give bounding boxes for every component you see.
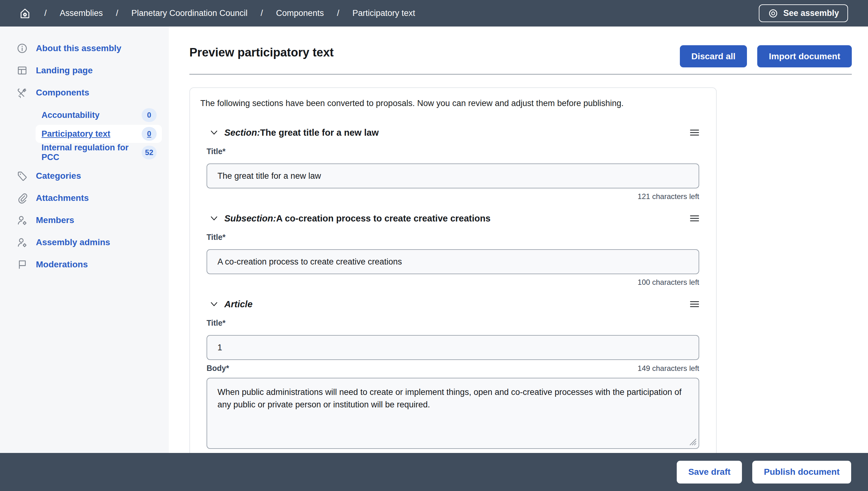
see-assembly-label: See assembly <box>783 8 839 18</box>
body-field-label: Body* <box>207 364 229 373</box>
sidebar-item-label: Components <box>36 88 89 98</box>
save-draft-button[interactable]: Save draft <box>677 461 742 484</box>
sidebar-item-label: Moderations <box>36 260 88 269</box>
title-field-label: Title* <box>207 147 699 156</box>
breadcrumb-participatory-text[interactable]: Participatory text <box>352 8 415 18</box>
article-body-textarea[interactable]: When public administrations will need to… <box>207 378 699 449</box>
sidebar-item-landing-page[interactable]: Landing page <box>0 59 169 81</box>
sidebar-item-components[interactable]: Components <box>0 81 169 104</box>
characters-left-counter: 149 characters left <box>638 364 699 373</box>
chevron-down-icon[interactable] <box>210 300 219 309</box>
sidebar-item-attachments[interactable]: Attachments <box>0 187 169 209</box>
user-gear-icon <box>17 237 28 248</box>
breadcrumb-components[interactable]: Components <box>276 8 324 18</box>
tag-icon <box>17 170 28 181</box>
section-title-input[interactable] <box>207 164 699 189</box>
sidebar-item-label: Attachments <box>36 193 89 203</box>
breadcrumb-separator: / <box>337 8 340 18</box>
admin-sidebar: About this assembly Landing page Compone… <box>0 27 169 453</box>
sidebar-item-label: Assembly admins <box>36 237 110 248</box>
landing-page-icon <box>17 65 28 76</box>
drag-handle-icon[interactable] <box>690 300 699 308</box>
eye-icon <box>768 8 778 19</box>
breadcrumb-assembly-name[interactable]: Planetary Coordination Council <box>132 8 248 18</box>
subsection-type-label: Subsection: <box>224 213 276 223</box>
drag-handle-icon[interactable] <box>690 128 699 137</box>
sidebar-item-label: Internal regulation for PCC <box>41 143 142 162</box>
sidebar-item-label: Members <box>36 215 74 225</box>
sidebar-item-moderations[interactable]: Moderations <box>0 253 169 276</box>
breadcrumb-separator: / <box>44 8 47 18</box>
sidebar-item-participatory-text[interactable]: Participatory text 0 <box>35 125 162 143</box>
count-badge: 52 <box>142 146 156 160</box>
home-link[interactable] <box>19 7 31 20</box>
sidebar-item-assembly-admins[interactable]: Assembly admins <box>0 231 169 253</box>
subsection-header: Subsection:A co-creation process to crea… <box>210 212 699 225</box>
article-body-wrap: When public administrations will need to… <box>207 378 699 449</box>
subsection-title-text: A co-creation process to create creative… <box>276 213 490 223</box>
sidebar-item-label: Participatory text <box>41 129 142 139</box>
article-title-input[interactable] <box>207 335 699 360</box>
sidebar-item-members[interactable]: Members <box>0 209 169 231</box>
section-type-label: Section: <box>224 127 260 138</box>
body-label-row: Body* 149 characters left <box>200 364 699 373</box>
subsection-title-input[interactable] <box>207 249 699 274</box>
subsection-heading: Subsection:A co-creation process to crea… <box>224 213 490 224</box>
header-actions: Discard all Import document <box>680 45 852 67</box>
sidebar-item-accountability[interactable]: Accountability 0 <box>35 106 162 124</box>
breadcrumb-separator: / <box>261 8 263 18</box>
user-gear-icon <box>17 214 28 226</box>
chevron-down-icon[interactable] <box>210 128 219 137</box>
count-badge: 0 <box>142 108 156 122</box>
publish-document-button[interactable]: Publish document <box>752 461 851 484</box>
title-field-label: Title* <box>207 233 699 242</box>
main-content: Preview participatory text Discard all I… <box>169 27 868 491</box>
sidebar-item-label: Landing page <box>36 65 93 76</box>
drag-handle-icon[interactable] <box>690 214 699 223</box>
sidebar-item-label: Categories <box>36 171 81 181</box>
preview-card: The following sections have been convert… <box>190 87 717 491</box>
sidebar-item-label: About this assembly <box>36 44 121 53</box>
sidebar-item-internal-regulation[interactable]: Internal regulation for PCC 52 <box>35 144 162 162</box>
info-icon <box>17 43 28 54</box>
article-type-label: Article <box>224 299 253 309</box>
article-heading: Article <box>224 299 253 310</box>
discard-all-button[interactable]: Discard all <box>680 45 747 67</box>
top-breadcrumb-bar: / Assemblies / Planetary Coordination Co… <box>0 0 868 27</box>
import-document-button[interactable]: Import document <box>757 45 852 67</box>
breadcrumb-assemblies[interactable]: Assemblies <box>60 8 103 18</box>
see-assembly-button[interactable]: See assembly <box>759 4 848 22</box>
section-header: Section:The great title for a new law <box>210 126 699 139</box>
characters-left-counter: 121 characters left <box>200 192 699 201</box>
breadcrumb-separator: / <box>116 8 119 18</box>
home-icon <box>19 7 31 20</box>
section-title-text: The great title for a new law <box>260 127 378 138</box>
sidebar-item-label: Accountability <box>41 110 142 120</box>
page-title: Preview participatory text <box>190 46 334 59</box>
article-header: Article <box>210 298 699 310</box>
paperclip-icon <box>17 193 28 204</box>
tools-icon <box>17 87 28 98</box>
resize-handle-icon[interactable] <box>687 436 697 446</box>
intro-text: The following sections have been convert… <box>200 98 699 109</box>
sidebar-item-about-assembly[interactable]: About this assembly <box>0 37 169 59</box>
flag-icon <box>17 259 28 270</box>
footer-action-bar: Save draft Publish document <box>0 453 868 491</box>
sidebar-item-categories[interactable]: Categories <box>0 165 169 187</box>
title-field-label: Title* <box>207 318 699 327</box>
section-heading: Section:The great title for a new law <box>224 127 379 138</box>
breadcrumb: / Assemblies / Planetary Coordination Co… <box>19 7 415 20</box>
count-badge: 0 <box>142 127 156 141</box>
title-divider <box>190 74 852 75</box>
components-sub-list: Accountability 0 Participatory text 0 In… <box>0 104 169 165</box>
characters-left-counter: 100 characters left <box>200 278 699 287</box>
chevron-down-icon[interactable] <box>210 214 219 223</box>
